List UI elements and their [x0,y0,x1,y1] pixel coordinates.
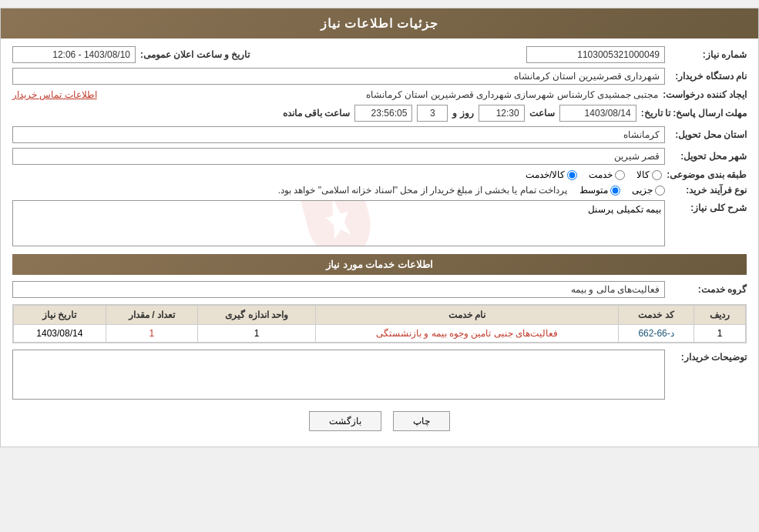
col-header-row: ردیف [694,306,746,325]
purchase-type-radio-group: جزیی متوسط [579,185,665,196]
description-text: بیمه تکمیلی پرسنل [588,204,661,215]
services-header: اطلاعات خدمات مورد نیاز [12,254,747,275]
creator-label: ایجاد کننده درخواست: [663,89,747,100]
buyer-desc-row: توضیحات خریدار: [12,350,747,400]
watermark-shield [289,200,388,246]
deadline-label: مهلت ارسال پاسخ: تا تاریخ: [641,108,747,119]
service-group-value: فعالیت‌های مالی و بیمه [12,281,665,298]
order-number-label: شماره نیاز: [670,49,747,60]
purchase-type-note: پرداخت تمام یا بخشی از مبلغ خریدار از مح… [278,185,567,196]
city-value: قصر شیرین [12,148,665,165]
purchase-type-row: نوع فرآیند خرید: جزیی متوسط پرداخت تمام … [12,185,747,196]
order-row: شماره نیاز: 1103005321000049 تاریخ و ساع… [12,46,747,63]
purchase-type-motawaset: متوسط [579,185,620,196]
table-header-row: ردیف کد خدمت نام خدمت واحد اندازه گیری ت… [14,306,746,325]
deadline-days: 3 [417,105,448,122]
category-label: طبقه بندی موضوعی: [667,169,747,180]
description-row: شرح کلی نیاز: بیمه تکمیلی پرسنل [12,200,747,246]
purchase-type-label: نوع فرآیند خرید: [670,185,747,196]
page-wrapper: جزئیات اطلاعات نیاز شماره نیاز: 11030053… [0,8,759,447]
buyer-org-value: شهرداری قصرشیرین استان کرمانشاه [12,68,665,85]
deadline-days-label: روز و [452,108,473,119]
province-row: استان محل تحویل: کرمانشاه [12,126,747,143]
button-row: چاپ بازگشت [12,411,747,431]
cell-unit: 1 [198,325,316,343]
services-table-container: ردیف کد خدمت نام خدمت واحد اندازه گیری ت… [12,304,747,343]
category-row: طبقه بندی موضوعی: کالا خدمت کالا/خدمت [12,169,747,180]
col-header-qty: تعداد / مقدار [106,306,198,325]
service-group-row: گروه خدمت: فعالیت‌های مالی و بیمه [12,281,747,298]
category-radio-khedmat: خدمت [589,169,625,180]
content-area: شماره نیاز: 1103005321000049 تاریخ و ساع… [1,38,758,447]
service-group-label: گروه خدمت: [670,284,747,295]
announce-date-label: تاریخ و ساعت اعلان عمومی: [140,49,250,60]
page-header: جزئیات اطلاعات نیاز [1,8,758,38]
radio-kala[interactable] [652,170,662,180]
deadline-remaining-label: ساعت باقی مانده [283,108,351,119]
back-button[interactable]: بازگشت [309,411,381,431]
radio-jozi[interactable] [655,186,665,196]
buyer-org-row: نام دستگاه خریدار: شهرداری قصرشیرین استا… [12,68,747,85]
services-table: ردیف کد خدمت نام خدمت واحد اندازه گیری ت… [13,305,746,343]
buyer-desc-value [12,350,665,400]
category-radio-kala: کالا [636,169,662,180]
description-label: شرح کلی نیاز: [670,202,747,213]
category-radio-both: کالا/خدمت [526,169,577,180]
radio-motawaset[interactable] [610,186,620,196]
col-header-unit: واحد اندازه گیری [198,306,316,325]
province-label: استان محل تحویل: [670,129,747,140]
deadline-date: 1403/08/14 [559,105,636,122]
buyer-org-label: نام دستگاه خریدار: [670,71,747,82]
city-label: شهر محل تحویل: [670,151,747,162]
page-title: جزئیات اطلاعات نیاز [321,17,439,30]
province-value: کرمانشاه [12,126,665,143]
radio-both[interactable] [567,170,577,180]
creator-row: ایجاد کننده درخواست: مجتبی جمشیدی کارشنا… [12,89,747,100]
cell-row: 1 [694,325,746,343]
deadline-time-label: ساعت [529,108,555,119]
category-radio-group: کالا خدمت کالا/خدمت [526,169,662,180]
cell-qty: 1 [106,325,198,343]
buyer-desc-label: توضیحات خریدار: [670,352,747,363]
table-row: 1 د-66-662 فعالیت‌های جنبی تامین وجوه بی… [14,325,746,343]
city-row: شهر محل تحویل: قصر شیرین [12,148,747,165]
cell-name: فعالیت‌های جنبی تامین وجوه بیمه و بازنشس… [316,325,619,343]
creator-value: مجتبی جمشیدی کارشناس شهرسازی شهرداری قصر… [102,89,659,100]
description-wrapper: بیمه تکمیلی پرسنل [12,200,665,246]
print-button[interactable]: چاپ [393,411,450,431]
description-watermark-area: بیمه تکمیلی پرسنل [12,200,665,246]
deadline-row: مهلت ارسال پاسخ: تا تاریخ: 1403/08/14 سا… [12,105,747,122]
col-header-date: تاریخ نیاز [14,306,106,325]
cell-code: د-66-662 [618,325,694,343]
description-value: بیمه تکمیلی پرسنل [12,200,665,246]
cell-date: 1403/08/14 [14,325,106,343]
deadline-remaining: 23:56:05 [354,105,412,122]
deadline-time: 12:30 [479,105,525,122]
order-number-value: 1103005321000049 [526,46,665,63]
buyer-desc-wrapper [12,350,665,400]
col-header-name: نام خدمت [316,306,619,325]
announce-date-value: 1403/08/10 - 12:06 [12,46,136,63]
col-header-code: کد خدمت [618,306,694,325]
radio-khedmat[interactable] [615,170,625,180]
purchase-type-jozi: جزیی [632,185,665,196]
contact-link[interactable]: اطلاعات تماس خریدار [12,89,97,100]
